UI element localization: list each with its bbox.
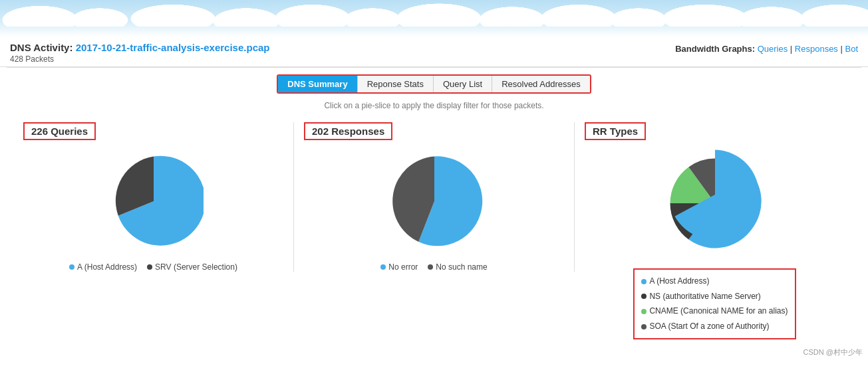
tabs-wrapper: DNS Summary Reponse Stats Query List Res… [0,68,868,97]
responses-legend: No error No such name [380,262,487,272]
rr-label-soa: SOA (Start Of a zone of Authority) [649,320,769,334]
rrtypes-title: RR Types [585,122,646,140]
rr-label-ns: NS (authoritative Name Server) [649,290,760,304]
responses-legend-label-noerror: No error [388,262,418,272]
queries-chart-section: 226 Queries A (Host Address) SRV (Server… [13,122,294,272]
rr-legend-soa: SOA (Start Of a zone of Authority) [641,320,788,334]
hint-text: Click on a pie-slice to apply the displa… [0,101,868,110]
packets-count: 428 Packets [10,54,269,64]
responses-pie[interactable] [384,151,484,251]
tab-response-stats[interactable]: Reponse Stats [358,76,434,92]
rr-legend-a: A (Host Address) [641,274,788,289]
filename-link[interactable]: 2017-10-21-traffic-analysis-exercise.pca… [76,42,270,53]
rr-dot-soa [641,324,647,329]
rr-dot-cname [641,309,647,314]
rr-label-a: A (Host Address) [649,274,709,289]
header-bar: DNS Activity: 2017-10-21-traffic-analysi… [0,37,868,67]
rrtypes-chart-section: RR Types [575,122,855,339]
queries-legend-dot-srv [147,264,152,270]
queries-legend-srv: SRV (Server Selection) [147,262,237,272]
responses-legend-nosuch: No such name [428,262,487,272]
tabs-container: DNS Summary Reponse Stats Query List Res… [277,74,591,94]
queries-legend-label-srv: SRV (Server Selection) [155,262,237,272]
queries-legend-label-a: A (Host Address) [77,262,137,272]
responses-chart-section: 202 Responses No error No such name [294,122,575,272]
bandwidth-label: Bandwidth Graphs: [675,44,755,54]
title-prefix: DNS Activity: [10,42,76,53]
rr-legend-cname: CNAME (Canonical NAME for an alias) [641,304,788,319]
rr-dot-a [641,279,647,284]
queries-legend: A (Host Address) SRV (Server Selection) [69,262,237,272]
bandwidth-queries-link[interactable]: Queries [758,44,788,54]
tab-dns-summary[interactable]: DNS Summary [278,76,357,92]
queries-title: 226 Queries [23,122,96,140]
bandwidth-bot-link[interactable]: Bot [845,44,858,54]
responses-legend-dot-nosuch [428,264,433,270]
responses-legend-noerror: No error [380,262,418,272]
rrtypes-a-slice[interactable] [674,150,759,240]
rr-legend-ns: NS (authoritative Name Server) [641,290,788,304]
page-title: DNS Activity: 2017-10-21-traffic-analysi… [10,42,269,53]
bandwidth-responses-link[interactable]: Responses [795,44,838,54]
rrtypes-pie-proper[interactable] [665,145,765,244]
watermark: CSDN @村中少年 [0,346,868,359]
queries-pie[interactable] [104,151,204,251]
header-left: DNS Activity: 2017-10-21-traffic-analysi… [10,42,269,64]
charts-area: 226 Queries A (Host Address) SRV (Server… [0,116,868,346]
responses-legend-dot-noerror [380,264,386,270]
queries-legend-a: A (Host Address) [69,262,137,272]
bandwidth-graphs: Bandwidth Graphs: Queries | Responses | … [675,42,858,54]
rr-label-cname: CNAME (Canonical NAME for an alias) [649,304,788,319]
responses-title: 202 Responses [304,122,392,140]
responses-legend-label-nosuch: No such name [436,262,487,272]
rrtypes-legend-box: A (Host Address) NS (authoritative Name … [633,268,796,339]
cloud-banner [0,0,868,37]
tab-resolved-addresses[interactable]: Resolved Addresses [492,76,590,92]
queries-legend-dot-a [69,264,74,270]
tab-query-list[interactable]: Query List [434,76,492,92]
rr-dot-ns [641,294,647,299]
